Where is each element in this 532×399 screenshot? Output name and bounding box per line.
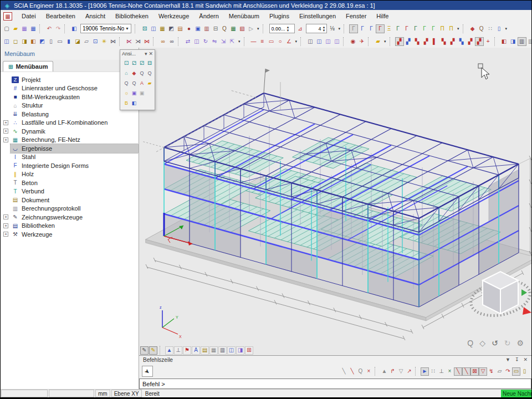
tree-item-bibliotheken[interactable]: + ▤ Bibliotheken xyxy=(1,222,139,231)
zoom-selection-icon[interactable]: A xyxy=(138,79,146,87)
dropdown-arrow-icon[interactable]: ▾ xyxy=(237,39,242,44)
view-iso2-icon[interactable]: Γ xyxy=(420,24,429,33)
project-manager-icon[interactable]: ◧ xyxy=(70,24,79,33)
beam-icon[interactable]: ◨ xyxy=(20,37,29,46)
rib-icon[interactable]: ◧ xyxy=(29,37,38,46)
load-panel-8-icon[interactable]: ▚ xyxy=(457,37,466,46)
save-all-icon[interactable]: ▦ xyxy=(20,24,29,33)
column-icon[interactable]: ◻ xyxy=(11,37,20,46)
scale-tool-icon[interactable]: ⇲ xyxy=(219,37,228,46)
tree-expander-icon[interactable]: + xyxy=(3,223,8,228)
load-panel-10-icon[interactable]: ▞ xyxy=(475,37,484,46)
render-mode-icon[interactable]: ◆ xyxy=(130,69,138,77)
menu-item[interactable]: Hilfe xyxy=(371,11,393,21)
menu-item[interactable]: Menübaum xyxy=(224,11,264,21)
draw-rect-icon[interactable]: ▭ xyxy=(267,37,276,46)
render-params-icon[interactable]: ◫ xyxy=(227,346,236,355)
delete-snap-icon[interactable]: × xyxy=(365,367,373,376)
measure-icon[interactable]: ↗ xyxy=(405,367,413,376)
save-icon[interactable]: ▦ xyxy=(29,24,38,33)
dropdown-arrow-icon[interactable]: ▾ xyxy=(294,39,299,44)
grid-settings-icon[interactable]: ⊞ xyxy=(245,346,253,355)
zoom-out-icon[interactable]: Q xyxy=(138,69,146,77)
open-project-icon[interactable]: ▰ xyxy=(11,24,20,33)
zoom-window-nav-icon[interactable]: Q xyxy=(467,339,473,347)
tree-item-verbund[interactable]: + T Verbund xyxy=(1,187,139,196)
engineering-report-icon[interactable]: ▧ xyxy=(238,24,247,33)
abc-labels-icon[interactable]: A xyxy=(192,346,200,355)
result-display-1-icon[interactable]: ◧ xyxy=(500,37,509,46)
search-icon[interactable]: Q xyxy=(477,24,486,33)
tree-item-belastung[interactable]: + ⇊ Belastung xyxy=(1,110,139,119)
view-bottom-icon[interactable]: Γ xyxy=(402,24,411,33)
menu-item[interactable]: Bibliotheken xyxy=(110,11,154,21)
load-panel-9-icon[interactable]: ▞ xyxy=(466,37,475,46)
undo-icon[interactable]: ↶ xyxy=(45,24,54,33)
view-left-icon[interactable]: Γ xyxy=(376,24,385,33)
paste-special-1-icon[interactable]: ◫ xyxy=(306,37,315,46)
chevron-down-icon[interactable]: ▾ xyxy=(145,51,147,57)
snap-tangent-icon[interactable]: ↯ xyxy=(487,367,495,376)
tree-item-projekt[interactable]: + Z Projekt xyxy=(1,75,139,84)
visibility-glasses-1-icon[interactable]: ∞ xyxy=(158,37,167,46)
connect-nodes-icon[interactable]: ⋈ xyxy=(109,37,117,46)
tree-item-holz[interactable]: + ∥ Holz xyxy=(1,170,139,179)
view-store1-icon[interactable]: Π xyxy=(438,24,447,33)
close-icon[interactable]: ✕ xyxy=(149,51,153,57)
cursor-move-icon[interactable]: ↱ xyxy=(388,367,397,376)
draw-line-icon[interactable]: — xyxy=(249,37,258,46)
tree-item-struktur[interactable]: + ⌂ Struktur xyxy=(1,101,139,110)
menu-item[interactable]: Ansicht xyxy=(80,11,110,21)
ruler-icon[interactable]: ▭ xyxy=(512,367,520,376)
show-supports-icon[interactable]: ▲ xyxy=(165,346,173,355)
tree-item-zeichnungswerkzeuge[interactable]: + ✎ Zeichnungswerkzeuge xyxy=(1,213,139,222)
view-x-icon[interactable]: ⚀ xyxy=(122,59,130,67)
fly-mode-icon[interactable]: ✈ xyxy=(357,37,366,46)
disconnect-members-icon[interactable]: ⋊ xyxy=(134,37,142,46)
dropdown-arrow-icon[interactable]: ▾ xyxy=(255,27,261,31)
gallery-icon[interactable]: ▣ xyxy=(193,24,202,33)
menu-item[interactable]: Bearbeiten xyxy=(41,11,80,21)
tree-item-beton[interactable]: + T Beton xyxy=(1,178,139,187)
tree-item-bim-werkzeugkasten[interactable]: + ■ BIM-Werkzeugkasten xyxy=(1,93,139,101)
visibility-eye-icon[interactable]: ◉ xyxy=(349,37,357,46)
new-message-button[interactable]: Neue Nachricht xyxy=(501,390,531,397)
menu-item[interactable]: Plugins xyxy=(264,11,294,21)
angle-spinner[interactable]: 0.00... ▲▼ xyxy=(269,24,295,33)
zoom-in-icon[interactable]: Q xyxy=(146,69,154,77)
member-1d-icon[interactable]: ◫ xyxy=(2,37,11,46)
menu-item[interactable]: Datei xyxy=(17,11,41,21)
view-back-icon[interactable]: Γ xyxy=(367,24,376,33)
connect-members-icon[interactable]: ⋉ xyxy=(125,37,134,46)
plate-icon[interactable]: ▭ xyxy=(55,37,64,46)
result-display-4-icon[interactable]: ▥ xyxy=(526,37,531,46)
pin-icon[interactable]: ↧ xyxy=(515,357,519,362)
coords-icon[interactable]: ▯ xyxy=(520,367,529,376)
orbit-alt-icon[interactable]: ↻ xyxy=(504,339,511,347)
view-top-icon[interactable]: Γ xyxy=(393,24,402,33)
paste-special-3-icon[interactable]: ◫ xyxy=(324,37,332,46)
scale-ratio-icon[interactable]: ⅛ xyxy=(328,24,337,33)
view-gear-icon[interactable]: ⚙ xyxy=(516,339,524,347)
table-composer-icon[interactable]: ▦ xyxy=(229,24,238,33)
angle-snap-icon[interactable]: ⊿ xyxy=(296,24,305,33)
nav-cube-icon[interactable]: ◇ xyxy=(479,339,485,347)
menu-item[interactable]: Werkzeuge xyxy=(154,11,194,21)
opening-icon[interactable]: ▯ xyxy=(47,37,55,46)
mesh-display-icon[interactable]: ▦ xyxy=(209,346,218,355)
project-settings-icon[interactable]: ⚄ xyxy=(140,24,149,33)
tree-expander-icon[interactable]: + xyxy=(3,214,8,219)
haunch-icon[interactable]: ◩ xyxy=(38,37,47,46)
tree-item-berechnung[interactable]: + ▦ Berechnung, FE-Netz xyxy=(1,136,139,145)
snap-line-2-icon[interactable]: ╲ xyxy=(462,367,470,376)
snap-midpoint-icon[interactable]: ⊠ xyxy=(470,367,479,376)
clipboard-icon[interactable]: ▤ xyxy=(176,24,185,33)
new-project-icon[interactable]: ▢ xyxy=(2,24,11,33)
status-unit[interactable]: mm xyxy=(95,390,110,397)
spinner-arrows-icon[interactable]: ▲▼ xyxy=(323,25,326,32)
dropdown-arrow-icon[interactable]: ▾ xyxy=(337,27,342,31)
tree-item-werkzeuge[interactable]: + ⚒ Werkzeuge xyxy=(1,230,139,239)
tab-menubaum[interactable]: ⊞ Menübaum xyxy=(3,61,53,71)
tree-item-dynamik[interactable]: + ∿ Dynamik xyxy=(1,127,139,136)
endpoint-snap-icon[interactable]: × xyxy=(446,367,454,376)
